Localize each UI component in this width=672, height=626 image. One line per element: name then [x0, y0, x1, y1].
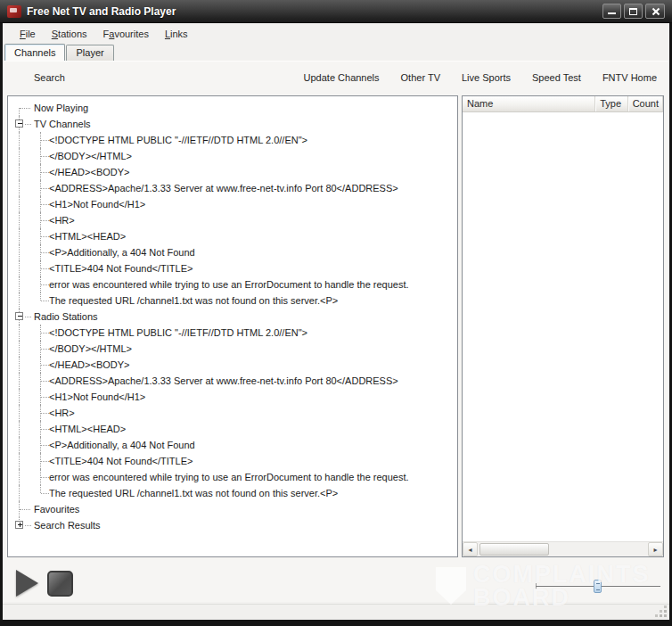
tab-channels[interactable]: Channels: [4, 44, 65, 61]
tree-guide: [19, 405, 20, 421]
tree-item-label: <TITLE>404 Not Found</TITLE>: [9, 263, 193, 274]
maximize-button[interactable]: [624, 4, 643, 19]
link-speed-test[interactable]: Speed Test: [532, 72, 581, 83]
tree-connector: [20, 509, 30, 510]
tree-item[interactable]: <P>Additionally, a 404 Not Found: [9, 437, 456, 453]
tree-item[interactable]: TV Channels: [9, 116, 456, 132]
horizontal-scrollbar[interactable]: ◂ ▸: [463, 541, 663, 556]
tree-item[interactable]: Now Playing: [9, 100, 456, 116]
tree-item[interactable]: <HR>: [9, 212, 456, 228]
scrollbar-thumb[interactable]: [479, 543, 549, 556]
tree-connector: [25, 317, 31, 317]
tree-item-label: <ADDRESS>Apache/1.3.33 Server at www.fre…: [9, 375, 398, 386]
tree-connector: [41, 284, 49, 285]
tree-item[interactable]: <TITLE>404 Not Found</TITLE>: [9, 260, 456, 276]
link-other-tv[interactable]: Other TV: [401, 72, 440, 83]
column-header-type[interactable]: Type: [595, 96, 627, 111]
tree-item[interactable]: </BODY></HTML>: [9, 341, 456, 357]
tree-item-label: </BODY></HTML>: [9, 151, 132, 161]
column-header-count[interactable]: Count: [628, 96, 663, 111]
menu-stations[interactable]: Stations: [44, 27, 95, 41]
channel-tree-panel[interactable]: Now PlayingTV Channels<!DOCTYPE HTML PUB…: [7, 95, 458, 557]
tree-item-label: </HEAD><BODY>: [9, 359, 130, 370]
channel-list-panel[interactable]: NameTypeCount ◂ ▸: [462, 95, 664, 557]
tree-guide: [19, 196, 20, 212]
link-fntv-home[interactable]: FNTV Home: [602, 72, 657, 83]
tree-guide: [19, 485, 20, 501]
tree-guide: [19, 325, 20, 341]
status-bar: [3, 604, 669, 620]
tree-item[interactable]: <HTML><HEAD>: [9, 421, 456, 437]
tree-guide: [40, 292, 41, 301]
tree-guide: [19, 421, 20, 437]
tree-item[interactable]: error was encountered while trying to us…: [9, 276, 456, 292]
tree-guide: [19, 108, 20, 116]
link-update-channels[interactable]: Update Channels: [304, 72, 380, 83]
close-icon: [646, 4, 664, 18]
tree-connector: [41, 429, 49, 430]
tree-guide: [19, 453, 20, 469]
stop-button[interactable]: [47, 571, 73, 597]
tree-item[interactable]: Favourites: [9, 501, 456, 517]
tree-connector: [41, 397, 49, 398]
tree-connector: [41, 301, 49, 301]
tab-strip: ChannelsPlayer: [3, 45, 669, 61]
tree-item-label: <!DOCTYPE HTML PUBLIC "-//IETF//DTD HTML…: [9, 135, 307, 145]
maximize-icon: [629, 8, 637, 15]
collapse-icon[interactable]: [15, 312, 23, 320]
tree-item[interactable]: </BODY></HTML>: [9, 148, 456, 164]
tree-item[interactable]: Radio Stations: [9, 309, 456, 325]
tree-item[interactable]: <H1>Not Found</H1>: [9, 389, 456, 405]
tree-item[interactable]: <!DOCTYPE HTML PUBLIC "-//IETF//DTD HTML…: [9, 325, 456, 341]
tab-player[interactable]: Player: [66, 45, 113, 61]
tree-item-label: <!DOCTYPE HTML PUBLIC "-//IETF//DTD HTML…: [9, 327, 307, 338]
tree-item-label: </HEAD><BODY>: [9, 167, 130, 177]
tree-item[interactable]: <!DOCTYPE HTML PUBLIC "-//IETF//DTD HTML…: [9, 132, 456, 148]
volume-slider[interactable]: [536, 579, 660, 593]
expander-bar: [20, 523, 20, 527]
tree-item[interactable]: The requested URL /channel1.txt was not …: [9, 485, 456, 501]
tree-connector: [41, 220, 49, 221]
tree-item[interactable]: error was encountered while trying to us…: [9, 469, 456, 485]
tree-item[interactable]: </HEAD><BODY>: [9, 357, 456, 373]
tree-item[interactable]: <H1>Not Found</H1>: [9, 196, 456, 212]
scroll-left-icon[interactable]: ◂: [463, 542, 478, 556]
list-body[interactable]: [463, 112, 663, 541]
tree-guide: [19, 260, 20, 276]
tree-item[interactable]: <HTML><HEAD>: [9, 228, 456, 244]
tree-item-label: error was encountered while trying to us…: [9, 279, 409, 290]
resize-grip-icon[interactable]: [655, 605, 667, 617]
expand-icon[interactable]: [15, 521, 23, 529]
slider-thumb[interactable]: [594, 580, 602, 593]
tree-guide: [19, 357, 20, 373]
tree-item[interactable]: <ADDRESS>Apache/1.3.33 Server at www.fre…: [9, 373, 456, 389]
tree-item[interactable]: </HEAD><BODY>: [9, 164, 456, 180]
tree-item[interactable]: <P>Additionally, a 404 Not Found: [9, 244, 456, 260]
menu-favourites[interactable]: Favourites: [95, 27, 157, 41]
minimize-button[interactable]: [602, 4, 621, 19]
tree-connector: [41, 268, 49, 269]
tree-connector: [41, 477, 49, 478]
collapse-icon[interactable]: [15, 119, 23, 128]
menu-links[interactable]: Links: [157, 27, 196, 41]
column-header-name[interactable]: Name: [463, 96, 595, 111]
title-bar[interactable]: Free Net TV and Radio Player: [0, 0, 672, 23]
play-button[interactable]: [16, 570, 38, 597]
tree-item[interactable]: The requested URL /channel1.txt was not …: [9, 292, 456, 309]
tree-connector: [41, 445, 49, 446]
tree-guide: [40, 485, 41, 493]
tree-item[interactable]: Search Results: [9, 517, 456, 533]
tree-item[interactable]: <TITLE>404 Not Found</TITLE>: [9, 453, 456, 469]
scroll-right-icon[interactable]: ▸: [648, 542, 663, 556]
tree-item-label: <H1>Not Found</H1>: [9, 199, 145, 210]
menu-file[interactable]: File: [12, 27, 44, 41]
tree-item-label: <P>Additionally, a 404 Not Found: [9, 247, 195, 258]
tree-item[interactable]: <HR>: [9, 405, 456, 421]
link-live-sports[interactable]: Live Sports: [462, 72, 511, 83]
tree-connector: [20, 108, 30, 109]
tree-connector: [41, 381, 49, 382]
search-link[interactable]: Search: [34, 72, 65, 83]
close-button[interactable]: [645, 4, 665, 19]
tree-connector: [41, 349, 49, 350]
tree-item[interactable]: <ADDRESS>Apache/1.3.33 Server at www.fre…: [9, 180, 456, 196]
